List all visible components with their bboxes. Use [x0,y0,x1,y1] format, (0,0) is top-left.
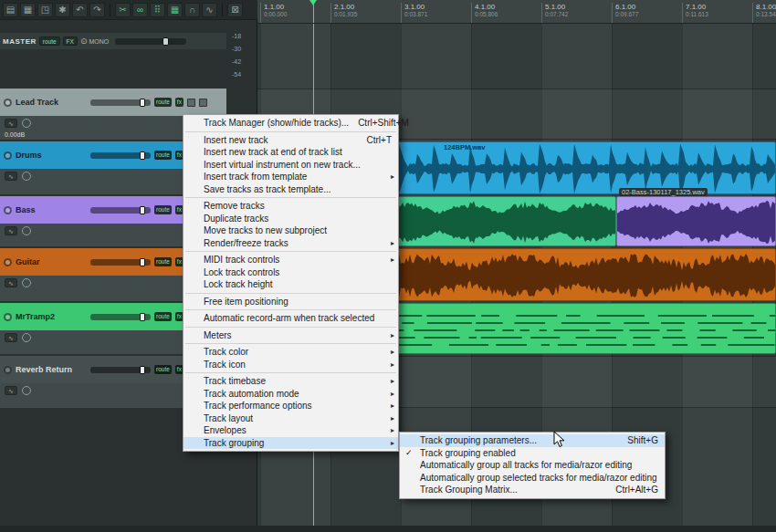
master-volume-fader[interactable] [115,38,186,45]
record-arm-button[interactable] [4,99,12,107]
menu-item-render-freeze-tracks[interactable]: Render/freeze tracks▸ [184,237,398,250]
menu-item-track-timebase[interactable]: Track timebase▸ [184,375,398,388]
menu-item-label: Insert new track at end of track list [204,147,392,157]
envelope-button[interactable]: ∿ [5,386,17,395]
ruler-bar-time: 0:11.613 [686,11,708,17]
envelope-icon[interactable]: ∿ [202,3,217,17]
fader-handle[interactable] [140,258,145,266]
record-arm-button[interactable] [4,206,12,214]
razor-edit-icon[interactable]: ✂ [115,3,131,17]
monitor-button[interactable] [22,226,31,235]
undo-icon[interactable]: ↶ [72,3,88,17]
ruler-bar-time: 0:13.548 [756,11,776,17]
clip-filename-tooltip: 02-Bass-130117_1325.wav [619,188,708,196]
track-volume-fader[interactable] [90,314,151,320]
submenu-item-automatically-group-all-tracks-for-media-razor-editing[interactable]: Automatically group all tracks for media… [400,459,665,472]
master-mono-toggle[interactable]: ⊙ MONO [80,37,109,46]
menu-item-move-tracks-to-new-subproject[interactable]: Move tracks to new subproject [184,224,398,237]
menu-item-track-performance-options[interactable]: Track performance options▸ [184,400,398,412]
record-arm-button[interactable] [4,258,12,266]
track-route-button[interactable]: route [154,257,172,266]
menu-item-track-automation-mode[interactable]: Track automation mode▸ [184,388,398,401]
menu-item-free-item-positioning[interactable]: Free item positioning [184,296,398,308]
monitor-button[interactable] [22,119,31,128]
track-volume-fader[interactable] [90,259,151,266]
submenu-item-automatically-group-selected-tracks-for-media-razor-editing[interactable]: Automatically group selected tracks for … [400,472,665,485]
fader-handle[interactable] [140,99,145,107]
track-volume-fader[interactable] [90,152,151,159]
menu-item-shortcut: Ctrl+T [367,135,393,145]
record-arm-button[interactable] [4,366,12,374]
track-route-button[interactable]: route [154,151,172,160]
timeline-ruler[interactable]: 1.1.000:00.0002.1.000:01.9353.1.000:03.8… [257,0,776,24]
fader-handle[interactable] [140,151,145,160]
record-arm-button[interactable] [4,313,12,321]
menu-item-automatic-record-arm-when-track-selected[interactable]: Automatic record-arm when track selected [184,312,398,325]
monitor-button[interactable] [22,278,31,287]
record-arm-button[interactable] [4,151,12,160]
new-project-icon[interactable]: ▤ [3,3,18,17]
envelope-button[interactable]: ∿ [5,226,17,235]
menu-item-lock-track-height[interactable]: Lock track height [184,278,398,291]
fader-handle[interactable] [140,366,145,374]
lock-icon[interactable]: ⊠ [227,3,243,17]
master-route-button[interactable]: route [39,37,60,46]
menu-item-save-tracks-as-track-template[interactable]: Save tracks as track template... [184,183,398,196]
master-fx-button[interactable]: FX [63,37,78,46]
snap-magnet-icon[interactable]: ∩ [184,3,200,17]
menu-item-meters[interactable]: Meters▸ [184,329,398,342]
menu-item-insert-track-from-template[interactable]: Insert track from template▸ [184,171,398,183]
ripple-edit-icon[interactable]: ⠿ [150,3,165,17]
envelope-button[interactable]: ∿ [5,119,17,128]
solo-button[interactable] [199,99,207,107]
menu-item-track-color[interactable]: Track color▸ [184,346,398,359]
envelope-button[interactable]: ∿ [5,278,17,287]
menu-item-lock-track-controls[interactable]: Lock track controls [184,266,398,279]
item-grouping-icon[interactable]: ∞ [132,3,148,17]
menu-item-insert-new-track[interactable]: Insert new trackCtrl+T [184,134,398,147]
track-volume-fader[interactable] [90,99,151,106]
menu-item-label: Lock track height [204,279,392,289]
track-route-button[interactable]: route [154,205,172,214]
submenu-item-track-grouping-enabled[interactable]: ✓Track grouping enabled [400,447,665,460]
submenu-item-track-grouping-matrix[interactable]: Track Grouping Matrix...Ctrl+Alt+G [400,484,665,496]
submenu-arrow-icon: ▸ [391,360,394,369]
menu-item-remove-tracks[interactable]: Remove tracks [184,200,398,213]
ruler-bar-number: 8.1.00 [756,3,776,11]
track-route-button[interactable]: route [154,98,172,107]
monitor-button[interactable] [22,172,31,181]
track-route-button[interactable]: route [154,365,172,374]
menu-item-insert-virtual-instrument-on-new-track[interactable]: Insert virtual instrument on new track..… [184,159,398,172]
menu-item-midi-track-controls[interactable]: MIDI track controls▸ [184,254,398,266]
fader-handle[interactable] [140,313,145,321]
track-fx-button[interactable]: fx [175,98,184,107]
fader-handle[interactable] [163,37,169,46]
monitor-button[interactable] [22,333,31,342]
track-route-button[interactable]: route [154,312,172,321]
envelope-button[interactable]: ∿ [5,333,17,342]
menu-item-envelopes[interactable]: Envelopes▸ [184,424,398,437]
checkmark-icon: ✓ [405,448,413,457]
mute-button[interactable] [187,99,195,107]
menu-item-insert-new-track-at-end-of-track-list[interactable]: Insert new track at end of track list [184,146,398,159]
project-settings-icon[interactable]: ✱ [55,3,70,17]
menu-item-track-layout[interactable]: Track layout▸ [184,412,398,425]
fader-handle[interactable] [140,206,145,214]
ruler-bar-number: 2.1.00 [334,3,357,11]
menu-item-track-icon[interactable]: Track icon▸ [184,359,398,371]
open-project-icon[interactable]: ▦ [20,3,36,17]
menu-item-duplicate-tracks[interactable]: Duplicate tracks [184,213,398,225]
menu-item-track-grouping[interactable]: Track grouping▸ [184,437,398,450]
mono-label: MONO [89,38,109,45]
envelope-button[interactable]: ∿ [5,172,17,181]
media-item-bass-2[interactable] [616,196,776,246]
track-volume-fader[interactable] [90,207,151,214]
grid-settings-icon[interactable]: ▦ [167,3,183,17]
submenu-item-track-grouping-parameters[interactable]: Track grouping parameters...Shift+G [400,434,665,447]
save-project-icon[interactable]: ◳ [37,3,53,17]
menu-item-track-manager-show-hide-tracks[interactable]: Track Manager (show/hide tracks)...Ctrl+… [184,117,398,130]
track-volume-fader[interactable] [90,367,151,373]
redo-icon[interactable]: ↷ [89,3,105,17]
monitor-button[interactable] [22,386,31,395]
master-track-strip[interactable]: MASTER route FX ⊙ MONO [0,33,226,49]
